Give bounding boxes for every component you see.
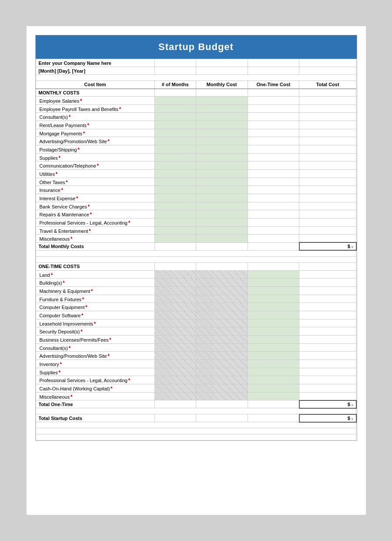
grand-total-label: Total Startup Costs [36, 414, 154, 422]
onetime-cost-input[interactable] [248, 270, 299, 279]
list-item: Rent/Lease Payments▲ [36, 121, 356, 129]
onetime-cost-input[interactable] [248, 104, 299, 113]
item-label: Machinery & Equipment▲ [36, 287, 154, 295]
list-item: Building(s)▲ [36, 279, 356, 287]
required-marker: ▲ [127, 377, 131, 381]
onetime-cost-input[interactable] [248, 113, 299, 121]
header-total-cost: Total Cost [299, 81, 356, 89]
onetime-cost-input[interactable] [248, 194, 299, 202]
onetime-cost-input[interactable] [248, 327, 299, 336]
monthly-cost-input[interactable] [196, 194, 248, 202]
months-input[interactable] [154, 121, 196, 129]
onetime-cost-input[interactable] [248, 235, 299, 243]
monthly-cost-disabled [196, 287, 248, 295]
onetime-cost-input[interactable] [248, 376, 299, 384]
onetime-cost-input[interactable] [248, 178, 299, 186]
onetime-cost-input[interactable] [248, 161, 299, 170]
monthly-cost-input[interactable] [196, 210, 248, 218]
months-input[interactable] [154, 178, 196, 186]
monthly-cost-input[interactable] [196, 235, 248, 243]
months-input[interactable] [154, 137, 196, 145]
onetime-cost-input[interactable] [248, 343, 299, 352]
months-input[interactable] [154, 186, 196, 194]
monthly-cost-input[interactable] [196, 178, 248, 186]
onetime-cost-input[interactable] [248, 186, 299, 194]
onetime-cost-input[interactable] [248, 303, 299, 311]
item-label: Rent/Lease Payments▲ [36, 121, 154, 129]
company-name[interactable]: Enter your Company Name here [36, 59, 154, 67]
monthly-cost-input[interactable] [196, 145, 248, 153]
total-cost-value [299, 129, 356, 137]
monthly-cost-input[interactable] [196, 113, 248, 121]
list-item: Bank Service Charges▲ [36, 202, 356, 210]
list-item: Supplies▲ [36, 368, 356, 376]
onetime-cost-input[interactable] [248, 319, 299, 327]
onetime-cost-input[interactable] [248, 137, 299, 145]
list-item: Employee Salaries▲ [36, 97, 356, 105]
months-input[interactable] [154, 218, 196, 226]
onetime-cost-input[interactable] [248, 352, 299, 360]
required-marker: ▲ [50, 272, 54, 276]
months-input-disabled [154, 343, 196, 352]
months-input[interactable] [154, 113, 196, 121]
onetime-cost-input[interactable] [248, 279, 299, 287]
item-label: Bank Service Charges▲ [36, 202, 154, 210]
monthly-cost-input[interactable] [196, 218, 248, 226]
list-item: Computer Equipment▲ [36, 303, 356, 311]
monthly-cost-input[interactable] [196, 153, 248, 161]
monthly-section-label: MONTHLY COSTS [36, 89, 154, 97]
onetime-cost-input[interactable] [248, 169, 299, 178]
monthly-cost-input[interactable] [196, 129, 248, 137]
onetime-cost-input[interactable] [248, 97, 299, 105]
monthly-cost-disabled [196, 319, 248, 327]
onetime-cost-input[interactable] [248, 121, 299, 129]
monthly-cost-input[interactable] [196, 97, 248, 105]
total-cost-value [299, 186, 356, 194]
onetime-cost-input[interactable] [248, 384, 299, 393]
onetime-cost-input[interactable] [248, 210, 299, 218]
onetime-cost-input[interactable] [248, 153, 299, 161]
monthly-cost-input[interactable] [196, 186, 248, 194]
onetime-cost-input[interactable] [248, 287, 299, 295]
onetime-cost-input[interactable] [248, 392, 299, 400]
months-input[interactable] [154, 202, 196, 210]
months-input[interactable] [154, 194, 196, 202]
months-input[interactable] [154, 169, 196, 178]
onetime-cost-input[interactable] [248, 145, 299, 153]
onetime-cost-input[interactable] [248, 202, 299, 210]
monthly-cost-input[interactable] [196, 226, 248, 235]
months-input-disabled [154, 279, 196, 287]
months-input[interactable] [154, 97, 196, 105]
months-input[interactable] [154, 161, 196, 170]
months-input[interactable] [154, 153, 196, 161]
monthly-cost-input[interactable] [196, 137, 248, 145]
onetime-cost-input[interactable] [248, 218, 299, 226]
onetime-cost-input[interactable] [248, 129, 299, 137]
months-input[interactable] [154, 226, 196, 235]
item-label: Postage/Shipping▲ [36, 145, 154, 153]
total-cost-value [299, 303, 356, 311]
monthly-cost-input[interactable] [196, 104, 248, 113]
onetime-cost-input[interactable] [248, 336, 299, 344]
onetime-cost-input[interactable] [248, 295, 299, 303]
spreadsheet-title: Startup Budget [36, 35, 357, 59]
months-input[interactable] [154, 129, 196, 137]
monthly-cost-input[interactable] [196, 169, 248, 178]
company-date-row: [Month] [Day], [Year] [36, 67, 356, 75]
onetime-cost-input[interactable] [248, 368, 299, 376]
months-input[interactable] [154, 210, 196, 218]
onetime-cost-input[interactable] [248, 311, 299, 319]
months-input[interactable] [154, 145, 196, 153]
monthly-cost-input[interactable] [196, 202, 248, 210]
onetime-cost-input[interactable] [248, 226, 299, 235]
months-input[interactable] [154, 235, 196, 243]
required-marker: ▲ [79, 97, 83, 101]
months-input-disabled [154, 392, 196, 400]
total-monthly-label: Total Monthly Costs [36, 242, 154, 250]
company-date[interactable]: [Month] [Day], [Year] [36, 67, 154, 75]
months-input[interactable] [154, 104, 196, 113]
monthly-cost-input[interactable] [196, 121, 248, 129]
monthly-cost-input[interactable] [196, 161, 248, 170]
onetime-cost-input[interactable] [248, 360, 299, 368]
required-marker: ▲ [68, 345, 71, 349]
